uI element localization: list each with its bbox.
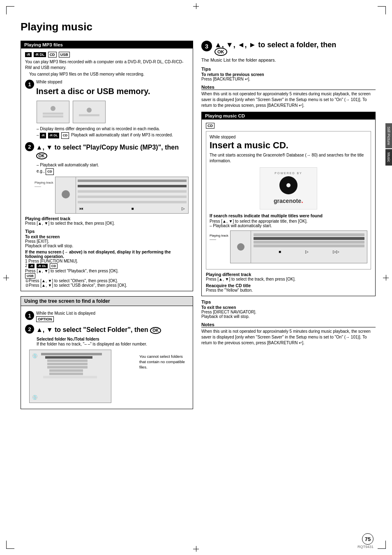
badge-cd2: CD — [61, 132, 69, 139]
disc-line1 — [43, 113, 63, 115]
reacquire-label: Reacquire the CD title — [206, 283, 371, 288]
step2-text: ▲, ▼ to select "Play/Copy Music (MP3)", … — [36, 143, 189, 159]
tree-step2-text: ▲, ▼ to select "Select Folder", then OK — [36, 326, 161, 334]
right-notes-text: When this unit is not operated for appro… — [201, 91, 376, 108]
tree-step2-circle: 2 — [25, 325, 34, 334]
step2-bullets: – Playback will automatically start. e.g… — [37, 162, 189, 175]
right-tips-title: Tips — [201, 67, 376, 71]
main-layout: Playing MP3 files -R -R DL CD USB You ca… — [21, 41, 376, 409]
cd-row1 — [254, 233, 364, 236]
mp3-intro: You can play MP3 files recorded with a c… — [25, 59, 189, 71]
step3-header: 3 ▲, ▼, ◄, ► to select a folder, then OK — [201, 41, 376, 54]
screen-row-1 — [78, 180, 187, 182]
tips-playback: Press [▲, ▼] to select "Playback", then … — [25, 269, 189, 273]
step2-content: ▲, ▼ to select "Play/Copy Music (MP3)", … — [36, 142, 189, 160]
cd-screen-left — [231, 231, 251, 263]
tips-badge-r: -R — [28, 264, 34, 268]
step3-result: The Music List for the folder appears. — [201, 58, 376, 62]
screen-row-5 — [78, 201, 187, 203]
gracenote-powered-by: POWERED BY — [264, 172, 313, 175]
playing-mp3-section: Playing MP3 files -R -R DL CD USB You ca… — [21, 41, 193, 291]
tips-badge-rdl: -R DL — [37, 264, 48, 268]
tree-step1-content: While the Music List is displayed OPTION — [36, 311, 95, 322]
right-column: 3 ▲, ▼, ◄, ► to select a folder, then OK… — [201, 41, 376, 409]
side-tab-music[interactable]: Music — [385, 149, 392, 166]
ctrl-icon2: ■ — [131, 206, 134, 211]
ok-button-step3[interactable]: OK — [214, 48, 227, 56]
right-tips-return-label: To return to the previous screen — [201, 72, 376, 77]
step1-circle: 1 — [25, 80, 34, 89]
ctrl-icon3: ▷ — [182, 206, 185, 211]
cd-ctrl1: ■ — [279, 249, 281, 254]
tree-section-header: Using the tree screen to find a folder — [21, 296, 193, 306]
cd-row2-sel — [254, 237, 364, 240]
right-notes2-text: When this unit is not operated for appro… — [201, 329, 376, 346]
tips-usb1: ①Press [▲, ▼] to select "Others", then p… — [25, 279, 189, 283]
disc-shape — [51, 106, 55, 111]
tree-step1-label: While the Music List is displayed — [36, 311, 95, 315]
side-tab-still-picture[interactable]: Still Picture — [385, 123, 392, 148]
step2-eg: e.g., CD — [37, 168, 189, 175]
ctrl-icon1: ⏮ — [79, 206, 83, 211]
mp3-tips: Tips To exit the screen Press [EXIT]. Pl… — [25, 229, 189, 288]
tips-step2: 2 -R -R DL CD — [25, 263, 189, 269]
cd-screen-area: Playing track—— — [210, 230, 367, 263]
fl4 — [47, 363, 88, 365]
ok-button-tree-step2[interactable]: OK — [150, 327, 161, 334]
cd-diff-track-label: Playing different track — [206, 272, 371, 277]
playing-cd-section: Playing music CD CD While stopped Insert… — [201, 112, 376, 296]
tips-usb2: ②Press [▲, ▼] to select "USB device", th… — [25, 283, 189, 288]
cd-badge: CD — [206, 123, 214, 129]
gracenote-disc-hole — [286, 183, 291, 187]
selected-folder-text-block: Selected folder No./Total folders If the… — [37, 337, 189, 347]
side-tabs: Still Picture Music — [385, 123, 392, 166]
disc-line2 — [43, 115, 63, 117]
cd-screen-mockup: ■ ▷ ▷▷ — [230, 230, 367, 263]
option-button[interactable]: OPTION — [36, 316, 54, 322]
page-title: Playing music — [21, 21, 376, 33]
step1-large-text: Insert a disc or USB memory. — [36, 86, 150, 96]
page-number: 75 — [362, 533, 374, 545]
fl5 — [47, 366, 88, 368]
playing-mp3-header: Playing MP3 files — [21, 41, 193, 48]
screen-controls: ⏮ ■ ▷ — [78, 205, 187, 212]
playing-diff-label: Playing different track — [25, 216, 189, 221]
fl3 — [47, 359, 88, 362]
tree-screen-mockup: 💿 💿 — [29, 350, 111, 403]
right-notes2: Notes When this unit is not operated for… — [201, 322, 376, 346]
tree-section-content: 1 While the Music List is displayed OPTI… — [21, 306, 193, 409]
playing-mp3-content: -R -R DL CD USB You can play MP3 files r… — [21, 48, 193, 291]
right-notes2-title: Notes — [201, 322, 376, 327]
right-notes-title: Notes — [201, 85, 376, 90]
playing-diff-text: Press [▲, ▼] to select the track, then p… — [25, 221, 189, 226]
right-tips: Tips To return to the previous screen Pr… — [201, 67, 376, 81]
multiple-titles-text2: – Playback will automatically start. — [210, 223, 367, 228]
selected-folder-desc: If the folder has no track, "– –" is dis… — [37, 341, 189, 347]
fl1 — [41, 353, 102, 355]
right-tips-return-text: Press [BACK/RETURN ↵]. — [201, 77, 376, 81]
badge-r: -R — [25, 52, 32, 57]
playing-cd-content: CD While stopped Insert a music CD. The … — [202, 120, 375, 296]
step2-circle: 2 — [25, 142, 34, 151]
cd-while-stopped-box: While stopped Insert a music CD. The uni… — [206, 131, 371, 269]
screen-row-2-sel — [78, 185, 187, 187]
cd-playing-track-label: Playing track—— — [210, 234, 228, 241]
disc-mockup — [37, 101, 69, 123]
usb-mockup — [73, 101, 106, 123]
step1-bullet2: – -R -R DL CD Playback will automaticall… — [37, 132, 189, 139]
badge-row: -R -R DL CD USB — [25, 52, 189, 58]
step2-bullet1: – Playback will automatically start. — [37, 162, 189, 168]
step1-bullets: – Display items differ depending on what… — [37, 126, 189, 139]
ok-button-step2[interactable]: OK — [36, 152, 47, 159]
badge-cd3: CD — [46, 168, 54, 175]
cd-diff-track-text: Press [▲, ▼] to select the track, then p… — [206, 277, 371, 281]
tips-badge-usb: USB — [25, 273, 35, 279]
tips-exit-label: To exit the screen — [25, 235, 189, 239]
cd-row3 — [254, 241, 364, 244]
cd-disc-icon — [237, 243, 244, 251]
tips-usb-badge: USB — [25, 273, 189, 279]
fl8 — [43, 376, 97, 378]
badge-cd: CD — [48, 52, 57, 58]
mp3-bullet1: You cannot play MP3 files on the USB mem… — [29, 71, 189, 77]
cd-subtitle: The unit starts accessing the Gracenote®… — [210, 152, 367, 164]
